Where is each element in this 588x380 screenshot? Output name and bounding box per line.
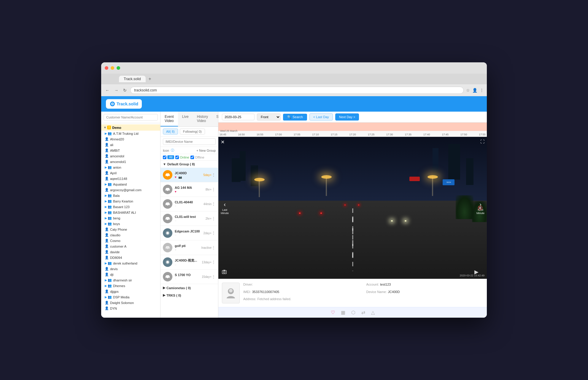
device-item-cl0140440[interactable]: CL01-40440 ○ 44min ⋮ [160,197,218,211]
menu-icon[interactable]: ⋮ [480,88,484,93]
sidebar-item-ambit[interactable]: 👤 AMBiT [101,148,160,153]
tab-live[interactable]: Live [178,112,193,126]
all-count-tab[interactable]: All( 8) [163,129,178,134]
camera-select[interactable]: Front Rear [257,113,281,121]
device-item-jc400d[interactable]: JC400D ♥ 📷 5day+ ⋮ [160,168,218,182]
device-more-jc400d[interactable]: ⋮ [212,172,216,177]
sidebar-item-dhemes[interactable]: ▶ 👥 Dhemes [101,283,160,289]
timeline-bar[interactable]: Wed 25 March 16:45 16:50 16:55 17:00 17:… [218,123,487,137]
sidebar-item-atm[interactable]: ▶ 👥 A.T.M Truking Ltd [101,131,160,136]
device-item-golfpti[interactable]: golf pti ♥ Inactive ⋮ [160,240,218,255]
device-item-jc400d-vison[interactable]: JC400D-视觉... ○ 13day+ ⋮ [160,255,218,270]
tab-event-video[interactable]: Event Video [160,112,178,126]
back-button[interactable]: ← [104,87,111,94]
volume-button[interactable]: 🔇 [478,205,483,210]
sidebar-item-barry[interactable]: ▶ 👥 Barry Kearton [101,198,160,204]
building-1 [232,158,241,182]
filter-offline-checkbox[interactable] [190,156,194,159]
profile-icon[interactable]: 👤 [472,88,477,93]
sidebar-item-ali[interactable]: 👤 ali [101,142,160,148]
address-input[interactable] [130,87,464,94]
sidebar-item-devis[interactable]: 👤 devis [101,266,160,272]
device-item-cl01willtest[interactable]: CL01-will test ○ 2hr+ ⋮ [160,211,218,226]
video-prev-button[interactable]: ‹ LastMinute [221,201,229,215]
device-more-s1700yo[interactable]: ⋮ [212,274,216,279]
sidebar-item-boys[interactable]: ▶ 👥 boys [101,221,160,227]
sidebar-item-dd8094[interactable]: 👤 DD8094 [101,255,160,260]
sidebar-item-amcendol[interactable]: 👤 amcendol [101,153,160,159]
sidebar-item-aqualand[interactable]: ▶ 👥 Aqualand [101,181,160,187]
filter-offline-label[interactable]: Offline [190,155,204,159]
video-expand-button[interactable]: ⛶ [480,139,484,144]
sidebar-search-input[interactable] [104,114,158,121]
mac-minimize-btn[interactable] [111,66,114,70]
sidebar-item-cosmo[interactable]: 👤 Cosmo [101,238,160,243]
search-button[interactable]: 🔍 Search [283,114,307,121]
device-more-cl01willtest[interactable]: ⋮ [212,216,216,221]
device-item-ag144ma[interactable]: AG 144 MA ♥ 8hr+ ⋮ [160,182,218,197]
sidebar-item-customera[interactable]: 👤 customer A [101,243,160,249]
tab-history-video[interactable]: History Video [193,112,212,126]
sidebar-item-beng[interactable]: ▶ 👥 beng [101,215,160,221]
mac-maximize-btn[interactable] [117,66,120,70]
sidebar-item-djjgps[interactable]: 👤 djjgps [101,289,160,294]
trks-group-header[interactable]: ▶ TRKS ( 0) [160,292,218,299]
mac-close-btn[interactable] [105,66,108,70]
sidebar-item-anton[interactable]: ▶ 👥 anton [101,164,160,170]
road-center-line [352,208,353,271]
screenshot-button[interactable] [222,270,227,275]
refresh-button[interactable]: ↻ [122,87,128,94]
device-info-cl01willtest: CL01-will test ○ [175,215,206,222]
timeline-labels: 16:45 16:50 16:55 17:00 17:05 17:10 17:1… [218,133,487,136]
next-day-button[interactable]: Next Day > [335,113,359,121]
new-group-button[interactable]: + New Group [196,149,216,152]
device-item-edgecam[interactable]: Edgecam JC100 ○ 2day+ ⋮ [160,226,218,240]
device-more-ag144ma[interactable]: ⋮ [212,187,216,192]
filter-online-text: Online [180,156,189,159]
device-more-golfpti[interactable]: ⋮ [212,245,216,250]
sidebar-item-claudio[interactable]: 👤 claudio [101,232,160,238]
sidebar-item-basant[interactable]: ▶ 👥 Basant 123 [101,204,160,210]
sidebar-item-dharmesh[interactable]: ▶ 👥 dharmesh sir [101,277,160,283]
sidebar-item-april[interactable]: 👤 April [101,170,160,176]
action-alert-icon[interactable]: △ [371,310,375,315]
filter-online-checkbox[interactable] [175,156,179,159]
last-day-button[interactable]: < Last Day [309,113,333,121]
following-tab[interactable]: Following( 0) [180,129,205,134]
action-favorite-icon[interactable]: ♡ [331,310,335,315]
sidebar-item-argoxcoy[interactable]: 👤 argoxcoy@gmail.com [101,187,160,193]
sidebar-item-derek[interactable]: ▶ 👥 derek sutherland [101,260,160,266]
action-file-icon[interactable]: ⬡ [351,310,355,315]
device-more-cl0140440[interactable]: ⋮ [212,202,216,206]
sidebar-item-amcendol1[interactable]: 👤 amcendol1 [101,159,160,164]
filter-online-label[interactable]: Online [175,155,189,159]
sidebar-item-dyn[interactable]: 👤 DYN [101,305,160,311]
sidebar-item-caty[interactable]: 👤 Caty Phone [101,227,160,232]
sidebar-item-dwight[interactable]: 👤 Dwight Solomon [101,300,160,305]
camionetas-group-header[interactable]: ▶ Camionetas ( 0) [160,284,218,292]
device-name-cl0140440: CL01-40440 [175,200,204,204]
sidebar-item-ahmed20[interactable]: 👤 Ahmed20 [101,136,160,142]
action-swap-icon[interactable]: ⇄ [361,310,365,315]
sidebar-item-davide[interactable]: 👤 davide [101,249,160,255]
sidebar-item-demo[interactable]: ▼ ! Demo [101,124,160,131]
device-more-edgecam[interactable]: ⋮ [212,231,216,235]
filter-all-checkbox[interactable] [163,156,166,159]
device-search-input[interactable] [163,138,216,145]
device-more-jc400d-vison[interactable]: ⋮ [212,260,216,265]
browser-tab-tracksolid[interactable]: Track.solid [119,76,146,82]
action-grid-icon[interactable]: ▦ [341,310,345,315]
new-tab-button[interactable]: + [149,76,151,82]
bookmark-icon[interactable]: ☆ [466,88,470,93]
default-group-header[interactable]: ▼ Default Group ( 8) [160,161,218,168]
sidebar-item-djt[interactable]: 👤 djt [101,272,160,277]
device-item-s1700yo[interactable]: S 1700 YO ○ 15day+ ⋮ [160,270,218,284]
date-input[interactable] [222,114,255,120]
sidebar-item-bala[interactable]: ▶ 👥 Bala [101,193,160,198]
filter-all-label[interactable]: All [163,155,174,159]
sidebar-item-dsp[interactable]: ▶ 👥 DSP Media [101,294,160,300]
forward-button[interactable]: → [113,87,120,94]
video-close-button[interactable]: ✕ [221,139,225,145]
sidebar-item-basharat[interactable]: ▶ 👥 BASHARAT ALI [101,210,160,215]
sidebar-item-aqeel[interactable]: 👤 aqeel11148 [101,176,160,181]
